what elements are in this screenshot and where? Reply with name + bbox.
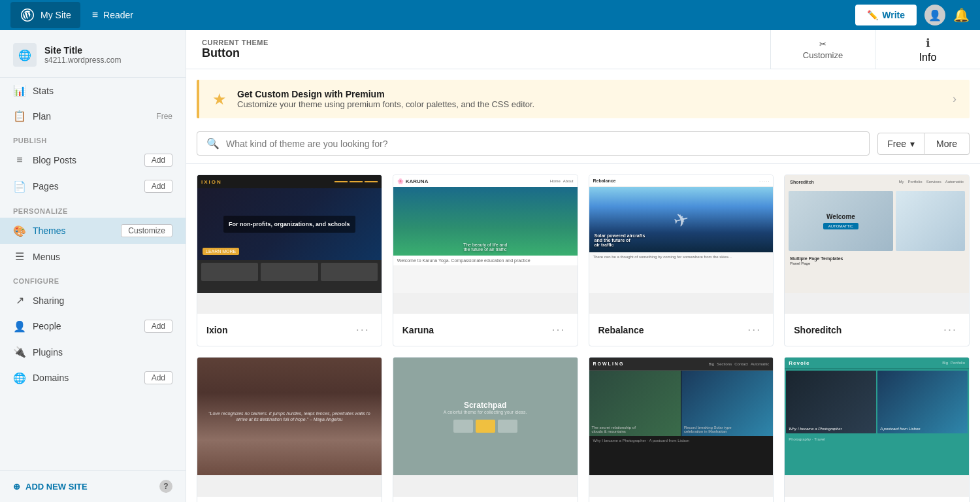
- sidebar-item-people[interactable]: 👤 People Add: [0, 313, 186, 339]
- domains-add-button[interactable]: Add: [144, 371, 172, 384]
- site-header[interactable]: 🌐 Site Title s4211.wordpress.com: [0, 30, 186, 78]
- more-button[interactable]: More: [924, 133, 970, 155]
- customize-icon: ✂: [819, 39, 826, 49]
- domains-icon: 🌐: [13, 372, 26, 384]
- sidebar-item-plan[interactable]: 📋 Plan Free: [0, 103, 186, 129]
- main-content: CURRENT THEME Button ✂ Customize ℹ Info …: [186, 30, 980, 502]
- site-name: Site Title: [44, 45, 172, 56]
- add-new-site-label: ADD NEW SITE: [25, 482, 88, 492]
- sidebar-item-themes[interactable]: 🎨 Themes Customize: [0, 218, 186, 244]
- notifications-icon[interactable]: 🔔: [953, 7, 970, 23]
- reader-icon: ≡: [92, 9, 98, 21]
- reader-label: Reader: [103, 10, 133, 20]
- current-theme-bar: CURRENT THEME Button ✂ Customize ℹ Info: [186, 30, 980, 69]
- pages-icon: 📄: [13, 180, 26, 193]
- write-button[interactable]: ✏️ Write: [855, 5, 917, 25]
- theme-card-rebalance[interactable]: Rebalance · · · · · ✈ Solar powered airc…: [589, 175, 774, 346]
- sharing-icon: ↗: [13, 294, 26, 307]
- my-site-nav-item[interactable]: My Site: [10, 2, 80, 28]
- sidebar-item-stats-left: 📊 Stats: [13, 84, 54, 97]
- sidebar-item-themes-left: 🎨 Themes: [13, 225, 66, 237]
- plugins-icon: 🔌: [13, 346, 26, 358]
- info-theme-button[interactable]: ℹ Info: [875, 30, 980, 69]
- premium-banner[interactable]: ★ Get Custom Design with Premium Customi…: [197, 80, 970, 118]
- theme-search-input[interactable]: [226, 139, 860, 149]
- theme-card-karuna[interactable]: 🌸 KARUNA Home About The beauty of life a…: [393, 175, 578, 346]
- sidebar-item-pages[interactable]: 📄 Pages Add: [0, 173, 186, 199]
- people-label: People: [33, 321, 61, 331]
- sidebar-item-menus[interactable]: ☰ Menus: [0, 244, 186, 269]
- scratchpad-footer: Scratchpad ···: [393, 496, 578, 502]
- sidebar-item-pages-left: 📄 Pages: [13, 180, 59, 193]
- theme-card-revole[interactable]: Revole Big Portfolio Why I became a Phot…: [784, 357, 970, 502]
- shoreditch-more-button[interactable]: ···: [941, 322, 960, 338]
- theme-card-scratchpad[interactable]: Scratchpad A colorful theme for collecti…: [393, 357, 578, 502]
- sidebar-item-plugins[interactable]: 🔌 Plugins: [0, 339, 186, 365]
- top-nav-left: My Site ≡ Reader: [10, 2, 142, 28]
- blog-posts-label: Blog Posts: [33, 155, 76, 165]
- sidebar-item-sharing-left: ↗ Sharing: [13, 294, 64, 307]
- pages-add-button[interactable]: Add: [144, 180, 172, 193]
- wordpress-logo-icon: [20, 7, 35, 23]
- plan-label: Plan: [33, 111, 51, 122]
- ixion-more-button[interactable]: ···: [353, 322, 372, 338]
- plan-badge: Free: [156, 112, 172, 121]
- premium-title: Get Custom Design with Premium: [237, 89, 942, 99]
- theme-card-rowling[interactable]: ROWLING Big Sections Contact Automattic …: [589, 357, 774, 502]
- shoreditch-thumbnail: Shoreditch My Portfolio Services Automat…: [785, 175, 969, 313]
- help-icon[interactable]: ?: [159, 480, 172, 493]
- sidebar-item-stats[interactable]: 📊 Stats: [0, 78, 186, 103]
- blog-posts-add-button[interactable]: Add: [144, 154, 172, 167]
- themes-icon: 🎨: [13, 225, 26, 237]
- twentyfifteen-thumbnail: "Love recognizes no barriers. It jumps h…: [197, 358, 382, 495]
- sidebar-item-sharing[interactable]: ↗ Sharing: [0, 288, 186, 313]
- scratchpad-thumbnail: Scratchpad A colorful theme for collecti…: [393, 358, 578, 495]
- themes-label: Themes: [33, 226, 66, 236]
- customize-label: Customize: [803, 50, 843, 60]
- sidebar-item-people-left: 👤 People: [13, 320, 61, 333]
- domains-label: Domains: [33, 373, 69, 383]
- sidebar-item-domains[interactable]: 🌐 Domains Add: [0, 365, 186, 391]
- ixion-footer: Ixion ···: [197, 313, 382, 346]
- sidebar-item-blog-posts-left: ≡ Blog Posts: [13, 154, 76, 166]
- karuna-more-button[interactable]: ···: [549, 322, 568, 338]
- revole-footer: Revole ···: [785, 496, 969, 502]
- sidebar-item-plan-left: 📋 Plan: [13, 110, 51, 122]
- user-avatar[interactable]: 👤: [924, 5, 945, 25]
- site-url: s4211.wordpress.com: [44, 56, 172, 65]
- rebalance-more-button[interactable]: ···: [745, 322, 764, 338]
- info-label: Info: [919, 52, 937, 63]
- sidebar-item-plugins-left: 🔌 Plugins: [13, 346, 63, 358]
- rebalance-name: Rebalance: [598, 325, 644, 335]
- shoreditch-footer: Shoreditch ···: [785, 313, 969, 346]
- customize-theme-button[interactable]: ✂ Customize: [771, 30, 875, 69]
- add-new-site-button[interactable]: ⊕ ADD NEW SITE ?: [0, 470, 186, 502]
- my-site-label: My Site: [41, 10, 71, 20]
- personalize-section-label: Personalize: [0, 199, 186, 218]
- sharing-label: Sharing: [33, 295, 64, 306]
- people-icon: 👤: [13, 320, 26, 333]
- theme-card-ixion[interactable]: IXION For non-profits, organizations, an…: [197, 175, 382, 346]
- themes-customize-button[interactable]: Customize: [121, 224, 172, 237]
- theme-card-twentyfifteen[interactable]: "Love recognizes no barriers. It jumps h…: [197, 357, 382, 502]
- people-add-button[interactable]: Add: [144, 320, 172, 333]
- theme-card-shoreditch[interactable]: Shoreditch My Portfolio Services Automat…: [784, 175, 970, 346]
- banner-arrow-icon[interactable]: ›: [953, 92, 956, 106]
- main-layout: 🌐 Site Title s4211.wordpress.com 📊 Stats…: [0, 30, 980, 502]
- write-label: Write: [882, 10, 905, 20]
- publish-section-label: Publish: [0, 129, 186, 147]
- sidebar-item-blog-posts[interactable]: ≡ Blog Posts Add: [0, 147, 186, 173]
- site-info: Site Title s4211.wordpress.com: [44, 45, 172, 65]
- stats-icon: 📊: [13, 84, 26, 97]
- karuna-thumbnail: 🌸 KARUNA Home About The beauty of life a…: [393, 175, 578, 313]
- configure-section-label: Configure: [0, 269, 186, 288]
- filter-dropdown[interactable]: Free ▾: [877, 133, 924, 155]
- pages-label: Pages: [33, 181, 59, 192]
- karuna-name: Karuna: [402, 325, 434, 335]
- current-theme-info: CURRENT THEME Button: [186, 30, 771, 69]
- ixion-name: Ixion: [206, 325, 228, 335]
- filter-section: Free ▾ More: [877, 133, 970, 155]
- reader-nav-item[interactable]: ≡ Reader: [83, 4, 142, 26]
- sidebar-item-domains-left: 🌐 Domains: [13, 372, 69, 384]
- search-icon: 🔍: [206, 137, 220, 150]
